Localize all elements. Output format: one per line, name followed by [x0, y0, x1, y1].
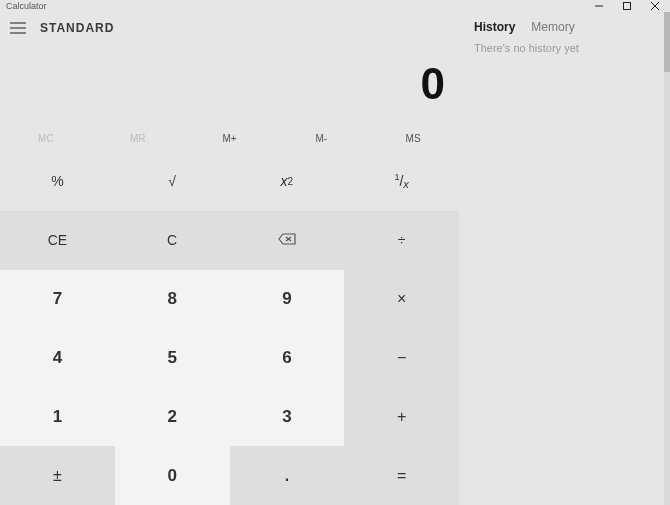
decimal-button[interactable]: .	[230, 446, 345, 505]
mode-label: STANDARD	[40, 21, 114, 35]
divide-button[interactable]: ÷	[344, 211, 459, 270]
multiply-button[interactable]: ×	[344, 270, 459, 329]
close-button[interactable]	[650, 1, 660, 11]
digit-3-button[interactable]: 3	[230, 387, 345, 446]
digit-5-button[interactable]: 5	[115, 328, 230, 387]
minus-button[interactable]: −	[344, 328, 459, 387]
digit-8-button[interactable]: 8	[115, 270, 230, 329]
svg-rect-1	[624, 3, 631, 10]
hamburger-menu-icon[interactable]	[8, 18, 28, 38]
reciprocal-num: 1	[394, 172, 399, 182]
square-exp: 2	[288, 176, 294, 187]
mem-minus-button[interactable]: M-	[275, 133, 367, 144]
history-empty-text: There's no history yet	[460, 38, 670, 58]
digit-0-button[interactable]: 0	[115, 446, 230, 505]
scrollbar-thumb[interactable]	[664, 12, 670, 72]
digit-9-button[interactable]: 9	[230, 270, 345, 329]
reciprocal-x: x	[403, 178, 409, 190]
minimize-button[interactable]	[594, 1, 604, 11]
negate-button[interactable]: ±	[0, 446, 115, 505]
mem-recall-button: MR	[92, 133, 184, 144]
mem-plus-button[interactable]: M+	[184, 133, 276, 144]
mem-store-button[interactable]: MS	[367, 133, 459, 144]
digit-6-button[interactable]: 6	[230, 328, 345, 387]
equals-button[interactable]: =	[344, 446, 459, 505]
maximize-button[interactable]	[622, 1, 632, 11]
window-title: Calculator	[6, 1, 47, 11]
digit-7-button[interactable]: 7	[0, 270, 115, 329]
tab-memory[interactable]: Memory	[531, 20, 574, 34]
square-base: x	[281, 173, 288, 189]
plus-button[interactable]: +	[344, 387, 459, 446]
reciprocal-button[interactable]: 1/x	[344, 152, 459, 211]
clear-entry-button[interactable]: CE	[0, 211, 115, 270]
result-display: 0	[0, 44, 459, 124]
digit-2-button[interactable]: 2	[115, 387, 230, 446]
digit-1-button[interactable]: 1	[0, 387, 115, 446]
tab-history[interactable]: History	[474, 20, 515, 34]
clear-button[interactable]: C	[115, 211, 230, 270]
percent-button[interactable]: %	[0, 152, 115, 211]
digit-4-button[interactable]: 4	[0, 328, 115, 387]
square-button[interactable]: x2	[230, 152, 345, 211]
mem-clear-button: MC	[0, 133, 92, 144]
vertical-scrollbar[interactable]	[664, 12, 670, 505]
backspace-icon	[278, 232, 296, 248]
backspace-button[interactable]	[230, 211, 345, 270]
sqrt-button[interactable]: √	[115, 152, 230, 211]
